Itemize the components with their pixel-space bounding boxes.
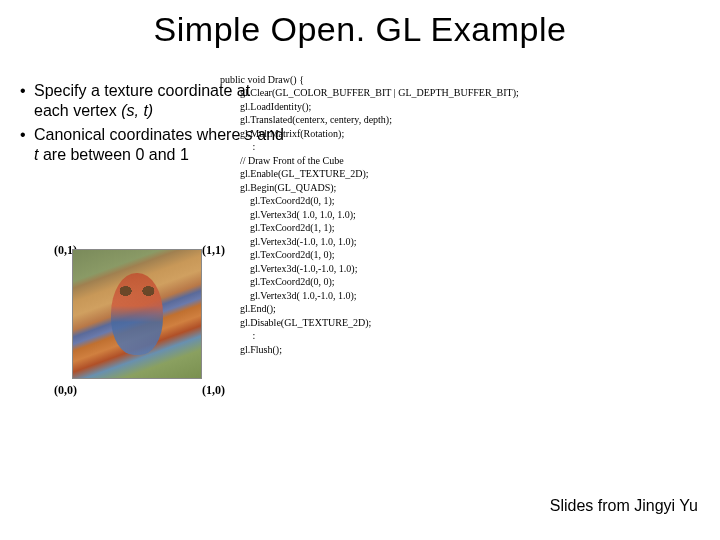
code-line: gl.Disable(GL_TEXTURE_2D);: [220, 317, 371, 328]
code-line: gl.Enable(GL_TEXTURE_2D);: [220, 168, 369, 179]
code-line: gl.Vertex3d( 1.0,-1.0, 1.0);: [220, 290, 357, 301]
bullet-text: are between 0 and 1: [38, 146, 188, 163]
code-line: gl.Clear(GL_COLOR_BUFFER_BIT | GL_DEPTH_…: [220, 87, 519, 98]
bullet-text: Canonical coordinates where: [34, 126, 245, 143]
code-line: gl.End();: [220, 303, 276, 314]
code-line: gl.MultMatrixf(Rotation);: [220, 128, 344, 139]
code-line: :: [220, 330, 255, 341]
code-line: public void Draw() {: [220, 74, 304, 85]
code-line: gl.Begin(GL_QUADS);: [220, 182, 336, 193]
code-line: :: [220, 141, 255, 152]
code-line: gl.Vertex3d(-1.0,-1.0, 1.0);: [220, 263, 357, 274]
code-line: // Draw Front of the Cube: [220, 155, 344, 166]
code-line: gl.LoadIdentity();: [220, 101, 311, 112]
coord-label-bottom-left: (0,0): [54, 383, 77, 398]
slide-title: Simple Open. GL Example: [0, 10, 720, 49]
code-line: gl.TexCoord2d(1, 1);: [220, 222, 335, 233]
code-line: gl.Flush();: [220, 344, 282, 355]
code-line: gl.TexCoord2d(0, 1);: [220, 195, 335, 206]
texture-diagram: (0,1) (1,1) (0,0) (1,0): [58, 249, 218, 379]
slide-credit: Slides from Jingyi Yu: [550, 497, 698, 515]
code-line: gl.TexCoord2d(0, 0);: [220, 276, 335, 287]
code-line: gl.TexCoord2d(1, 0);: [220, 249, 335, 260]
coord-label-top-right: (1,1): [202, 243, 225, 258]
coord-label-bottom-right: (1,0): [202, 383, 225, 398]
bullet-em: (s, t): [121, 102, 153, 119]
code-line: gl.Vertex3d(-1.0, 1.0, 1.0);: [220, 236, 357, 247]
code-line: gl.Translated(centerx, centery, depth);: [220, 114, 392, 125]
texture-image: [72, 249, 202, 379]
code-block: public void Draw() { gl.Clear(GL_COLOR_B…: [220, 59, 519, 370]
slide-body: Specify a texture coordinate at each ver…: [0, 49, 720, 529]
code-line: gl.Vertex3d( 1.0, 1.0, 1.0);: [220, 209, 356, 220]
